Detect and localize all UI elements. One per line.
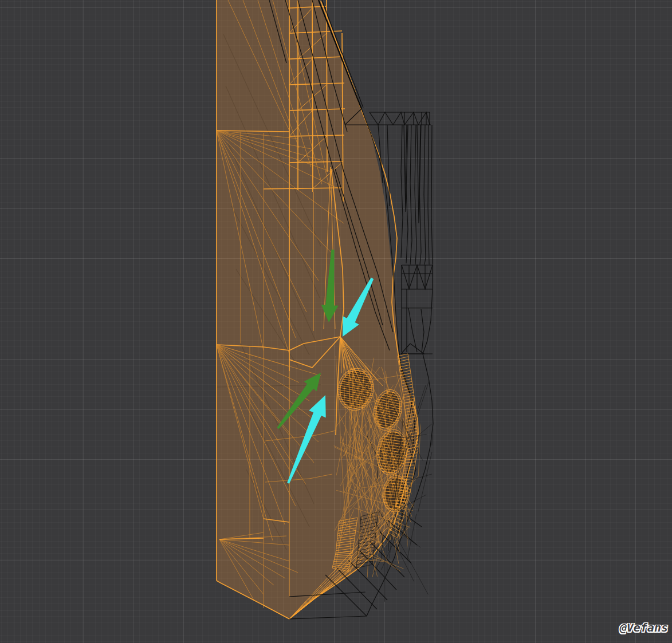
mesh-wireframe [0,0,672,643]
viewport-3d[interactable]: @Vefans [0,0,672,643]
watermark: @Vefans [620,621,668,634]
